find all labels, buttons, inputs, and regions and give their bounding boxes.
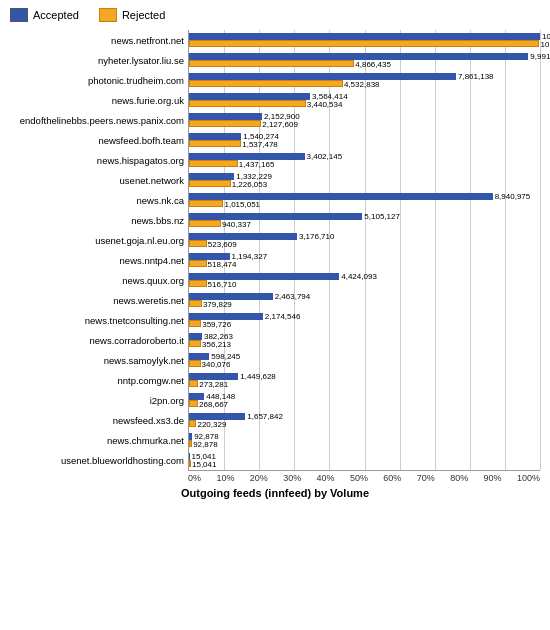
bar-pair-5: 1,540,2741,537,478 (189, 130, 540, 150)
bar-rejected-9: 940,337 (189, 220, 221, 227)
x-label-6: 60% (383, 473, 401, 483)
x-label-5: 50% (350, 473, 368, 483)
row-label-17: nntp.comgw.net (10, 370, 188, 390)
bar-accepted-6: 3,402,145 (189, 153, 305, 160)
bar-pair-14: 2,174,546359,726 (189, 310, 540, 330)
bar-accepted-value-9: 5,105,127 (364, 213, 400, 220)
bar-accepted-4: 2,152,900 (189, 113, 262, 120)
bar-accepted-value-21: 15,041 (192, 453, 216, 460)
bar-rejected-11: 518,474 (189, 260, 207, 267)
bar-rejected-value-5: 1,537,478 (242, 141, 278, 148)
bar-accepted-value-2: 7,861,138 (458, 73, 494, 80)
row-label-1: nyheter.lysator.liu.se (10, 50, 188, 70)
row-label-21: usenet.blueworldhosting.com (10, 450, 188, 470)
bar-pair-15: 382,263356,213 (189, 330, 540, 350)
bar-accepted-value-17: 1,449,628 (240, 373, 276, 380)
bar-accepted-value-12: 4,424,093 (341, 273, 377, 280)
bar-accepted-value-6: 3,402,145 (307, 153, 343, 160)
bar-accepted-5: 1,540,274 (189, 133, 241, 140)
bar-rejected-value-12: 516,710 (208, 281, 237, 288)
row-label-4: endofthelinebbs.peers.news.panix.com (10, 110, 188, 130)
labels-column: news.netfront.netnyheter.lysator.liu.sep… (10, 30, 188, 471)
x-label-10: 100% (517, 473, 540, 483)
bar-rejected-value-6: 1,437,165 (239, 161, 275, 168)
grid-line-10 (540, 30, 541, 470)
bar-accepted-value-4: 2,152,900 (264, 113, 300, 120)
bar-pair-10: 3,176,710523,609 (189, 230, 540, 250)
bar-rejected-20: 92,878 (189, 440, 192, 447)
bar-accepted-7: 1,332,229 (189, 173, 234, 180)
bar-rejected-value-2: 4,532,838 (344, 81, 380, 88)
bar-accepted-value-16: 598,245 (211, 353, 240, 360)
x-label-3: 30% (283, 473, 301, 483)
x-label-4: 40% (317, 473, 335, 483)
bar-accepted-value-0: 10,335,422 (542, 33, 550, 40)
bar-rejected-value-7: 1,226,053 (232, 181, 268, 188)
row-label-13: news.weretis.net (10, 290, 188, 310)
bar-rejected-10: 523,609 (189, 240, 207, 247)
bar-accepted-9: 5,105,127 (189, 213, 362, 220)
bar-rejected-21: 15,041 (189, 460, 191, 467)
bar-accepted-17: 1,449,628 (189, 373, 238, 380)
legend: Accepted Rejected (10, 8, 540, 22)
legend-accepted-label: Accepted (33, 9, 79, 21)
bar-accepted-15: 382,263 (189, 333, 202, 340)
bar-rejected-value-9: 940,337 (222, 221, 251, 228)
bar-accepted-value-11: 1,194,327 (232, 253, 268, 260)
bar-pair-3: 3,564,4143,440,534 (189, 90, 540, 110)
bar-accepted-value-18: 448,148 (206, 393, 235, 400)
bar-pair-20: 92,87892,878 (189, 430, 540, 450)
bar-accepted-value-8: 8,940,975 (495, 193, 531, 200)
row-label-2: photonic.trudheim.com (10, 70, 188, 90)
bar-accepted-13: 2,463,794 (189, 293, 273, 300)
bar-accepted-value-1: 9,991,910 (530, 53, 550, 60)
x-label-8: 80% (450, 473, 468, 483)
bar-accepted-8: 8,940,975 (189, 193, 493, 200)
bar-rejected-value-13: 379,829 (203, 301, 232, 308)
bar-rejected-value-21: 15,041 (192, 461, 216, 468)
bar-rejected-14: 359,726 (189, 320, 201, 327)
row-label-12: news.quux.org (10, 270, 188, 290)
bar-accepted-value-19: 1,657,842 (247, 413, 283, 420)
bar-rejected-6: 1,437,165 (189, 160, 238, 167)
chart-container: Accepted Rejected news.netfront.netnyhet… (0, 0, 550, 630)
bar-rejected-value-3: 3,440,534 (307, 101, 343, 108)
bar-accepted-18: 448,148 (189, 393, 204, 400)
bar-rejected-value-14: 359,726 (202, 321, 231, 328)
bar-accepted-19: 1,657,842 (189, 413, 245, 420)
row-label-0: news.netfront.net (10, 30, 188, 50)
row-label-6: news.hispagatos.org (10, 150, 188, 170)
row-label-10: usenet.goja.nl.eu.org (10, 230, 188, 250)
row-label-19: newsfeed.xs3.de (10, 410, 188, 430)
bar-rejected-19: 220,329 (189, 420, 196, 427)
row-label-3: news.furie.org.uk (10, 90, 188, 110)
x-axis-labels: 0%10%20%30%40%50%60%70%80%90%100% (188, 473, 540, 483)
bar-rejected-2: 4,532,838 (189, 80, 343, 87)
row-label-9: news.bbs.nz (10, 210, 188, 230)
row-label-7: usenet.network (10, 170, 188, 190)
bar-accepted-0: 10,335,422 (189, 33, 540, 40)
bar-rejected-5: 1,537,478 (189, 140, 241, 147)
bar-pair-13: 2,463,794379,829 (189, 290, 540, 310)
bar-accepted-value-3: 3,564,414 (312, 93, 348, 100)
bar-accepted-3: 3,564,414 (189, 93, 310, 100)
bar-rejected-8: 1,015,051 (189, 200, 223, 207)
bar-rejected-value-17: 273,281 (199, 381, 228, 388)
legend-rejected: Rejected (99, 8, 165, 22)
bar-rejected-value-18: 268,667 (199, 401, 228, 408)
bar-rejected-value-20: 92,878 (193, 441, 217, 448)
bar-accepted-value-7: 1,332,229 (236, 173, 272, 180)
bar-rejected-value-16: 340,076 (202, 361, 231, 368)
legend-accepted-box (10, 8, 28, 22)
x-label-1: 10% (216, 473, 234, 483)
bar-accepted-2: 7,861,138 (189, 73, 456, 80)
bar-accepted-10: 3,176,710 (189, 233, 297, 240)
bar-accepted-value-13: 2,463,794 (275, 293, 311, 300)
bar-rejected-value-19: 220,329 (197, 421, 226, 428)
bar-accepted-16: 598,245 (189, 353, 209, 360)
legend-accepted: Accepted (10, 8, 79, 22)
bar-rejected-value-10: 523,609 (208, 241, 237, 248)
x-label-0: 0% (188, 473, 201, 483)
bar-accepted-1: 9,991,910 (189, 53, 528, 60)
x-label-9: 90% (484, 473, 502, 483)
